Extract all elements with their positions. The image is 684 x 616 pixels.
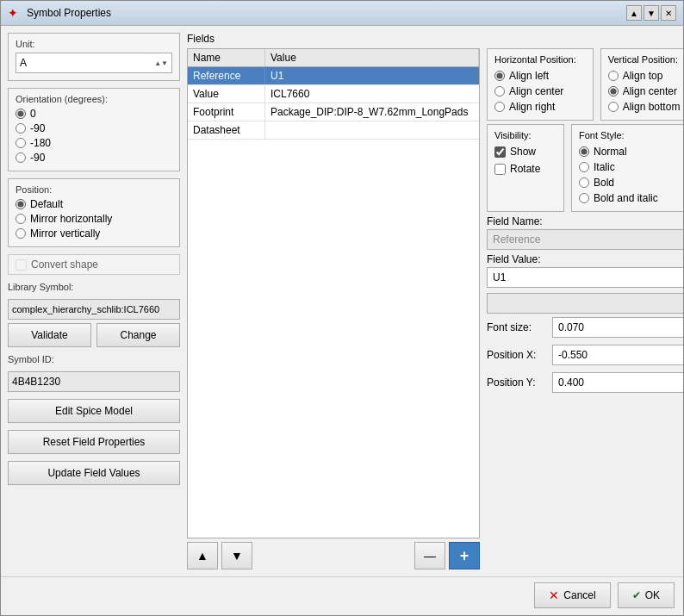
h-align-left-radio[interactable]	[494, 71, 505, 81]
field-name-input[interactable]	[487, 229, 683, 250]
orientation-neg90b-label: -90	[30, 152, 45, 164]
v-align-top-radio[interactable]	[608, 71, 619, 81]
reset-fields-button[interactable]: Reset Field Properties	[8, 430, 180, 454]
font-size-label: Font size:	[487, 321, 547, 333]
table-row[interactable]: Reference U1	[188, 67, 479, 85]
horizontal-position-title: Horizontal Position:	[494, 54, 586, 65]
add-button[interactable]: +	[449, 542, 480, 569]
vis-font-row: Visibility: Show Rotate Font Style	[487, 124, 683, 212]
ok-button[interactable]: ✔ OK	[618, 582, 675, 608]
library-symbol-input[interactable]	[8, 299, 180, 320]
position-mirror-h-radio[interactable]	[16, 214, 26, 224]
cancel-button[interactable]: ✕ Cancel	[534, 582, 610, 608]
titlebar-down-button[interactable]: ▼	[644, 5, 659, 21]
orientation-radio-group: 0 -90 -180 -90	[16, 108, 172, 164]
font-style-box: Font Style: Normal Italic	[571, 124, 683, 212]
h-align-center[interactable]: Align center	[494, 85, 586, 97]
h-align-center-radio[interactable]	[494, 86, 505, 96]
table-row[interactable]: Footprint Package_DIP:DIP-8_W7.62mm_Long…	[188, 103, 479, 121]
table-row[interactable]: Value ICL7660	[188, 85, 479, 103]
orientation-neg90[interactable]: -90	[16, 122, 172, 134]
unit-combo[interactable]: A ▲▼	[16, 53, 172, 73]
edit-spice-button[interactable]: Edit Spice Model	[8, 399, 180, 423]
show-checkbox-row[interactable]: Show	[494, 146, 557, 158]
extra-input[interactable]	[487, 293, 683, 314]
cell-value-3	[265, 121, 479, 139]
fields-label: Fields	[187, 33, 683, 45]
orientation-neg90-label: -90	[30, 122, 45, 134]
field-name-label: Field Name:	[487, 215, 683, 227]
font-bold-italic[interactable]: Bold and italic	[579, 192, 683, 204]
v-align-center[interactable]: Align center	[608, 85, 683, 97]
position-x-input[interactable]	[552, 345, 683, 365]
font-bold[interactable]: Bold	[579, 177, 683, 189]
font-italic[interactable]: Italic	[579, 161, 683, 173]
font-italic-radio[interactable]	[579, 162, 589, 172]
font-bold-radio[interactable]	[579, 177, 589, 188]
cell-value-1: ICL7660	[265, 85, 479, 103]
right-properties: Horizontal Position: Align left Align ce…	[487, 48, 683, 569]
orientation-neg180-radio[interactable]	[16, 138, 26, 148]
symbol-properties-dialog: ✦ Symbol Properties ▲ ▼ ✕ Unit: A ▲▼ Ori…	[0, 0, 684, 616]
v-align-center-radio[interactable]	[608, 86, 619, 96]
move-down-button[interactable]: ▼	[221, 542, 252, 569]
rotate-checkbox-row[interactable]: Rotate	[494, 163, 557, 175]
position-section: Position: Default Mirror horizontally Mi…	[8, 178, 180, 247]
h-align-right-radio[interactable]	[494, 102, 505, 112]
h-align-right[interactable]: Align right	[494, 101, 586, 113]
orientation-0[interactable]: 0	[16, 108, 172, 120]
font-bold-italic-radio[interactable]	[579, 193, 589, 203]
field-value-input[interactable]	[487, 267, 683, 288]
validate-button[interactable]: Validate	[8, 323, 91, 347]
position-mirror-v-radio[interactable]	[16, 228, 26, 239]
position-default[interactable]: Default	[16, 198, 172, 210]
position-default-radio[interactable]	[16, 199, 26, 209]
rotate-checkbox[interactable]	[494, 164, 506, 175]
orientation-neg90b[interactable]: -90	[16, 152, 172, 164]
vertical-position-title: Vertical Position:	[608, 54, 683, 65]
remove-button[interactable]: —	[414, 542, 445, 569]
ok-icon: ✔	[632, 589, 641, 601]
position-x-row: Position X: in	[487, 345, 683, 365]
cell-name-1: Value	[188, 85, 265, 103]
fields-table: Name Value Reference U1 Value ICL7660	[187, 48, 480, 538]
orientation-neg180-label: -180	[30, 137, 51, 149]
main-content: Unit: A ▲▼ Orientation (degrees): 0 -90	[1, 26, 683, 576]
v-align-bottom-radio[interactable]	[608, 102, 619, 112]
orientation-section: Orientation (degrees): 0 -90 -180	[8, 88, 180, 171]
convert-shape-checkbox[interactable]	[16, 259, 27, 271]
unit-label: Unit:	[16, 39, 172, 49]
titlebar-close-button[interactable]: ✕	[661, 5, 676, 21]
orientation-neg90b-radio[interactable]	[16, 152, 26, 163]
position-mirror-v[interactable]: Mirror vertically	[16, 227, 172, 240]
orientation-neg90-radio[interactable]	[16, 123, 26, 134]
font-bold-italic-label: Bold and italic	[594, 192, 658, 204]
convert-shape-label: Convert shape	[31, 258, 98, 271]
orientation-neg180[interactable]: -180	[16, 137, 172, 149]
v-align-top[interactable]: Align top	[608, 70, 683, 82]
font-normal[interactable]: Normal	[579, 146, 683, 158]
titlebar-up-button[interactable]: ▲	[626, 5, 642, 21]
font-bold-label: Bold	[594, 177, 614, 189]
table-header: Name Value	[188, 49, 479, 67]
update-values-button[interactable]: Update Field Values	[8, 461, 180, 485]
dialog-title: Symbol Properties	[27, 7, 111, 19]
library-symbol-buttons: Validate Change	[8, 323, 180, 347]
v-align-top-label: Align top	[623, 70, 663, 82]
font-size-input[interactable]	[552, 317, 683, 338]
change-button[interactable]: Change	[96, 323, 180, 347]
unit-value: A	[20, 57, 27, 69]
orientation-0-radio[interactable]	[16, 109, 26, 119]
show-checkbox[interactable]	[494, 146, 506, 158]
library-symbol-label: Library Symbol:	[8, 282, 180, 292]
table-row[interactable]: Datasheet	[188, 121, 479, 140]
font-normal-radio[interactable]	[579, 146, 589, 157]
move-up-button[interactable]: ▲	[187, 542, 218, 569]
convert-shape-checkbox-row[interactable]: Convert shape	[16, 258, 172, 271]
v-align-bottom[interactable]: Align bottom	[608, 101, 683, 113]
symbol-id-input[interactable]	[8, 371, 180, 392]
field-value-label: Field Value:	[487, 253, 683, 265]
h-align-left[interactable]: Align left	[494, 70, 586, 82]
position-y-input[interactable]	[552, 372, 683, 393]
position-mirror-h[interactable]: Mirror horizontally	[16, 213, 172, 225]
